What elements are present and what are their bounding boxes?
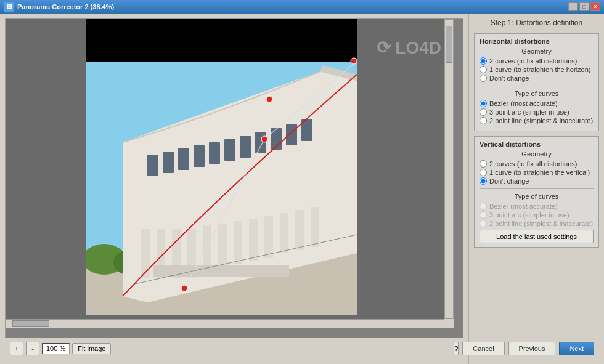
- cancel-button[interactable]: Cancel: [462, 342, 504, 355]
- svg-rect-15: [286, 124, 297, 145]
- v-curve-option-2: 3 point arc (simpler in use): [480, 211, 594, 219]
- svg-rect-6: [147, 155, 158, 176]
- svg-rect-7: [163, 152, 174, 173]
- h-geometry-label: Geometry: [480, 47, 594, 55]
- v-curve-radio-1: [480, 203, 487, 210]
- vertical-scrollbar[interactable]: [444, 19, 454, 319]
- fit-image-button[interactable]: Fit image: [72, 343, 111, 354]
- h-curve-label-2: 3 point arc (simpler in use): [489, 108, 569, 116]
- load-settings-button[interactable]: Load the last used settings: [480, 230, 594, 243]
- h-curve-option-2[interactable]: 3 point arc (simpler in use): [480, 108, 594, 116]
- h-curve-label-1: Bezier (most accurate): [489, 100, 558, 107]
- h-geo-radio-3[interactable]: [480, 75, 487, 82]
- h-curves-options: Bezier (most accurate) 3 point arc (simp…: [480, 100, 594, 124]
- v-geo-label-2: 1 curve (to straighten the vertical): [489, 169, 590, 176]
- v-geometry-options: 2 curves (to fix all distortions) 1 curv…: [480, 160, 594, 185]
- horizontal-distortions-section: Horizontal distortions Geometry 2 curves…: [474, 33, 599, 131]
- h-curve-label-3: 2 point line (simplest & inaccurate): [489, 117, 593, 124]
- v-curve-radio-2: [480, 211, 487, 219]
- canvas-wrapper[interactable]: ⟳ LO4D: [5, 18, 463, 338]
- svg-rect-22: [218, 224, 227, 268]
- v-geo-radio-2[interactable]: [480, 169, 487, 176]
- v-curve-label-2: 3 point arc (simpler in use): [489, 211, 569, 219]
- zoom-level: 100 %: [42, 343, 70, 354]
- help-button[interactable]: ?: [454, 342, 459, 355]
- svg-rect-13: [255, 132, 266, 153]
- building-image: [86, 19, 357, 315]
- v-geo-option-1[interactable]: 2 curves (to fix all distortions): [480, 160, 594, 168]
- h-curve-radio-3[interactable]: [480, 117, 487, 124]
- vertical-section-label: Vertical distortions: [480, 140, 594, 148]
- building-svg: [86, 19, 357, 315]
- window-controls[interactable]: _ □ ✕: [568, 2, 600, 11]
- horizontal-scrollbar[interactable]: [6, 319, 444, 328]
- previous-button[interactable]: Previous: [508, 342, 556, 355]
- v-divider: [480, 188, 594, 189]
- v-geo-label-1: 2 curves (to fix all distortions): [489, 160, 577, 168]
- maximize-button[interactable]: □: [579, 2, 589, 11]
- v-geometry-label: Geometry: [480, 150, 594, 158]
- horizontal-section-label: Horizontal distortions: [480, 38, 594, 45]
- main-container: ⟳ LO4D + - 100 % Fit image Step 1: Disto…: [0, 14, 604, 364]
- app-icon: 🖼: [4, 2, 14, 12]
- svg-rect-11: [224, 139, 235, 161]
- svg-rect-27: [295, 210, 304, 250]
- h-geo-label-1: 2 curves (to fix all distortions): [489, 57, 577, 65]
- v-curve-label-1: Bezier (most accurate): [489, 203, 558, 210]
- h-geo-option-2[interactable]: 1 curve (to straighten the horizon): [480, 66, 594, 73]
- v-curve-label-3: 2 point line (simplest & inaccurate): [489, 220, 593, 227]
- svg-rect-28: [311, 207, 319, 247]
- svg-rect-26: [280, 213, 288, 253]
- scrollbar-corner: [444, 319, 454, 328]
- h-geo-option-1[interactable]: 2 curves (to fix all distortions): [480, 57, 594, 65]
- minimize-button[interactable]: _: [568, 2, 578, 11]
- v-curve-option-1: Bezier (most accurate): [480, 203, 594, 210]
- h-geo-radio-2[interactable]: [480, 66, 487, 73]
- right-panel: Step 1: Distortions definition Horizonta…: [468, 14, 604, 364]
- watermark: ⟳ LO4D: [377, 38, 441, 58]
- h-divider: [480, 86, 594, 86]
- h-geo-radio-1[interactable]: [480, 57, 487, 65]
- v-geo-radio-3[interactable]: [480, 177, 487, 185]
- h-curve-radio-2[interactable]: [480, 108, 487, 116]
- v-curve-radio-3: [480, 220, 487, 227]
- v-geo-radio-1[interactable]: [480, 160, 487, 168]
- svg-rect-25: [264, 216, 273, 258]
- svg-rect-10: [209, 142, 220, 164]
- h-geo-option-3[interactable]: Don't change: [480, 75, 594, 82]
- zoom-in-button[interactable]: +: [10, 342, 23, 355]
- svg-rect-17: [141, 229, 150, 278]
- v-geo-option-2[interactable]: 1 curve (to straighten the vertical): [480, 169, 594, 176]
- v-geo-label-3: Don't change: [489, 177, 529, 185]
- canvas-area: ⟳ LO4D + - 100 % Fit image: [0, 14, 468, 364]
- h-curve-option-1[interactable]: Bezier (most accurate): [480, 100, 594, 107]
- title-bar: 🖼 Panorama Corrector 2 (38.4%) _ □ ✕: [0, 0, 604, 14]
- window-title: Panorama Corrector 2 (38.4%): [17, 3, 114, 10]
- bottom-nav: ? Cancel Previous Next: [474, 338, 599, 359]
- svg-rect-8: [178, 148, 189, 170]
- close-button[interactable]: ✕: [590, 2, 600, 11]
- h-curve-option-3[interactable]: 2 point line (simplest & inaccurate): [480, 117, 594, 124]
- v-geo-option-3[interactable]: Don't change: [480, 177, 594, 185]
- zoom-out-button[interactable]: -: [26, 342, 39, 355]
- v-curves-type-label: Type of curves: [480, 193, 594, 200]
- svg-rect-23: [234, 221, 242, 264]
- h-curve-radio-1[interactable]: [480, 100, 487, 107]
- svg-rect-29: [153, 265, 289, 277]
- vertical-distortions-section: Vertical distortions Geometry 2 curves (…: [474, 136, 599, 248]
- v-curves-options: Bezier (most accurate) 3 point arc (simp…: [480, 203, 594, 227]
- h-scrollbar-thumb[interactable]: [12, 320, 49, 327]
- svg-rect-12: [240, 136, 251, 158]
- svg-rect-21: [203, 225, 211, 272]
- v-scrollbar-thumb[interactable]: [446, 26, 452, 63]
- h-geometry-options: 2 curves (to fix all distortions) 1 curv…: [480, 57, 594, 82]
- h-geo-label-3: Don't change: [489, 75, 529, 82]
- image-viewport: ⟳ LO4D: [6, 19, 454, 328]
- next-button[interactable]: Next: [559, 342, 594, 355]
- svg-rect-24: [249, 219, 258, 261]
- svg-rect-9: [194, 145, 205, 167]
- bottom-toolbar: + - 100 % Fit image: [5, 338, 463, 359]
- v-curve-option-3: 2 point line (simplest & inaccurate): [480, 220, 594, 227]
- step-title: Step 1: Distortions definition: [474, 18, 599, 27]
- h-geo-label-2: 1 curve (to straighten the horizon): [489, 66, 590, 73]
